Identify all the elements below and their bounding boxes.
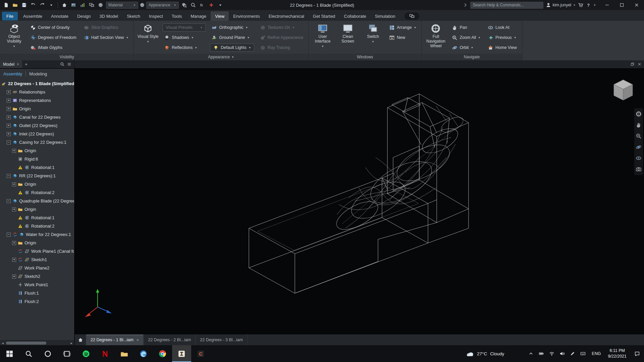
ribbon-button-half-section-view[interactable]: Half Section View▼	[81, 33, 131, 43]
add-panel-button[interactable]	[22, 60, 30, 68]
tree-item-casing-for-22-degrees-1-7[interactable]: −Casing for 22 Degrees:1	[0, 138, 74, 146]
tree-item-rotational-1-16[interactable]: Rotational:1	[0, 214, 74, 222]
expand-icon[interactable]: +	[12, 149, 16, 153]
ribbon-tab-3d-model[interactable]: 3D Model	[95, 11, 123, 21]
ribbon-panel-label-appearance[interactable]: Appearance▼	[134, 54, 308, 60]
qat-render-button[interactable]	[69, 1, 77, 9]
ribbon-button-arrange[interactable]: Arrange▼	[386, 22, 419, 33]
ribbon-tab-inspect[interactable]: Inspect	[145, 11, 167, 21]
action-center-button[interactable]	[630, 345, 644, 362]
ribbon-button-default-lights[interactable]: Default Lights▼	[210, 44, 254, 52]
help-icon[interactable]: ?	[586, 2, 591, 8]
tree-item-canal-for-22-degrees-4[interactable]: +Canal for 22 Degrees	[0, 113, 74, 121]
ribbon-tab-tools[interactable]: Tools	[167, 11, 186, 21]
ribbon-button-ray-tracing[interactable]: Ray Tracing	[257, 43, 306, 53]
document-tab-2[interactable]: 22 Degrees - 2 Bl...iam	[144, 335, 196, 345]
qat-save-button[interactable]	[20, 1, 28, 9]
ribbon-tab-electromechanical[interactable]: Electromechanical	[264, 11, 309, 21]
chevron-down-icon[interactable]: ▼	[593, 4, 596, 7]
tree-item-rotational-1-10[interactable]: Rotational:1	[0, 163, 74, 172]
ribbon-tab-design[interactable]: Design	[73, 11, 95, 21]
ribbon-button-imate-glyphs[interactable]: iMate Glyphs	[28, 43, 79, 53]
browser-menu-icon[interactable]	[67, 62, 71, 66]
qat-sphere-magnifier-button[interactable]	[180, 1, 188, 9]
tree-item-origin-12[interactable]: +Origin	[0, 180, 74, 188]
taskbar-clip-studio-button[interactable]: C	[191, 345, 210, 362]
ribbon-tab-view[interactable]: View	[211, 11, 229, 21]
ribbon-button-previous[interactable]: Previous▼	[485, 33, 520, 43]
material-combo[interactable]: Material ▼	[106, 2, 138, 9]
tree-item-quadruple-blade-22-degrees-14[interactable]: −Quadruple Blade (22 Degrees)	[0, 197, 74, 205]
qat-redo-button[interactable]	[38, 1, 46, 9]
taskbar-file-explorer-button[interactable]	[115, 345, 134, 362]
view-cube[interactable]	[611, 77, 635, 103]
expand-icon[interactable]: +	[7, 107, 11, 111]
taskbar-edge-button[interactable]	[134, 345, 153, 362]
browser-search-icon[interactable]	[60, 62, 64, 66]
expand-icon[interactable]: +	[7, 115, 11, 119]
close-tab-icon[interactable]: ×	[137, 338, 139, 342]
ribbon-button-zoom-all[interactable]: Zoom All▼	[449, 33, 483, 43]
expand-icon[interactable]: +	[12, 258, 16, 262]
expand-icon[interactable]: +	[7, 132, 11, 136]
ribbon-button-clean-screen[interactable]: Clean Screen	[336, 22, 360, 54]
browser-horizontal-scrollbar[interactable]: ◂ ▸	[0, 340, 74, 345]
ribbon-display-toggle[interactable]	[405, 12, 419, 20]
search-expand-icon[interactable]	[463, 2, 468, 8]
expand-icon[interactable]: +	[12, 241, 16, 245]
taskbar-spotify-button[interactable]	[76, 345, 96, 362]
taskbar-chrome-button[interactable]	[153, 345, 172, 362]
appearance-ball-icon[interactable]	[140, 2, 145, 8]
scrollbar-thumb[interactable]	[6, 342, 46, 345]
qat-magnifier-button[interactable]	[189, 1, 197, 9]
qat-dropdown-button[interactable]	[47, 1, 55, 9]
collapse-icon[interactable]: −	[7, 199, 11, 203]
qat-chart-button[interactable]	[78, 1, 87, 9]
tray-chevron-up-button[interactable]	[526, 345, 536, 362]
ribbon-tab-collaborate[interactable]: Collaborate	[339, 11, 371, 21]
document-close-icon[interactable]	[637, 62, 642, 66]
ribbon-button-visual-presets[interactable]: Visual Presets▼	[163, 23, 206, 32]
tree-item-sketch2-23[interactable]: +Sketch2	[0, 272, 74, 281]
navbar-camera-button[interactable]	[636, 166, 642, 172]
taskbar-inventor-button[interactable]	[172, 345, 191, 362]
ribbon-button-object-visibility[interactable]: Object Visibility▼	[2, 22, 26, 54]
taskbar-weather[interactable]: 27°C Cloudy	[462, 345, 508, 362]
tree-item-origin-3[interactable]: +Origin	[0, 105, 74, 113]
tree-item-rigid-6-9[interactable]: Rigid:6	[0, 155, 74, 163]
ribbon-button-look-at[interactable]: Look At	[485, 22, 520, 33]
language-indicator[interactable]: ENG	[588, 351, 604, 356]
scroll-left-icon[interactable]: ◂	[0, 341, 5, 345]
tree-item-origin-15[interactable]: +Origin	[0, 205, 74, 214]
ribbon-button-switch[interactable]: Switch▼	[361, 22, 385, 54]
taskbar-clock[interactable]: 6:11 PM 9/22/2021	[604, 348, 630, 359]
document-tab-1[interactable]: 22 Degrees - 1 Bl...iam×	[86, 335, 144, 345]
help-search-input[interactable]	[470, 2, 543, 9]
tray-battery-button[interactable]	[536, 345, 546, 362]
qat-plus-red-button[interactable]	[207, 1, 215, 9]
qat-screens-button[interactable]	[88, 1, 96, 9]
navbar-look-at-button[interactable]	[636, 155, 642, 161]
taskbar-netflix-button[interactable]	[96, 345, 115, 362]
expand-icon[interactable]: +	[12, 207, 16, 212]
scrollbar-track[interactable]	[5, 341, 69, 345]
scroll-right-icon[interactable]: ▸	[69, 341, 74, 345]
tree-item-rr-22-degrees-1-11[interactable]: −RR (22 Degrees):1	[0, 172, 74, 180]
qat-fx-button[interactable]: fx	[198, 1, 206, 9]
collapse-icon[interactable]: −	[7, 140, 11, 144]
ribbon-tab-file[interactable]: File	[2, 12, 18, 20]
minimize-button[interactable]	[600, 0, 614, 10]
ribbon-tab-assemble[interactable]: Assemble	[19, 11, 47, 21]
collapse-icon[interactable]: −	[7, 174, 11, 178]
store-cart-icon[interactable]	[578, 2, 583, 8]
account-menu[interactable]: kim.junyel ▼	[546, 2, 576, 8]
tree-item-sketch1-21[interactable]: +Sketch1	[0, 255, 74, 264]
ribbon-button-orthographic[interactable]: Orthographic▼	[209, 22, 255, 33]
ribbon-button-shadows[interactable]: Shadows▼	[161, 33, 207, 43]
ribbon-button-center-of-gravity[interactable]: Center of Gravity	[28, 22, 79, 33]
expand-icon[interactable]: +	[7, 99, 11, 103]
viewport-canvas[interactable]	[75, 69, 644, 334]
tree-item-flush-1-25[interactable]: Flush:1	[0, 289, 74, 297]
home-tab-button[interactable]	[75, 335, 86, 345]
tree-item-work-point1-24[interactable]: Work Point1	[0, 281, 74, 289]
